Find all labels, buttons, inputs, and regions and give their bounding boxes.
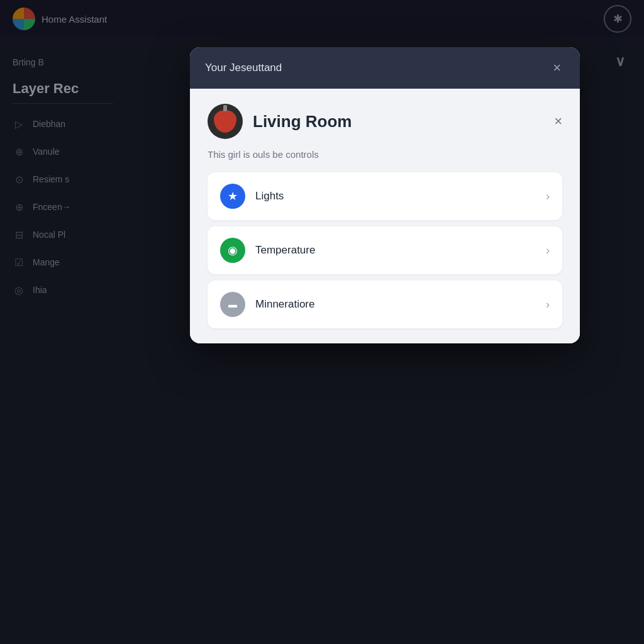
room-title: Living Room — [253, 112, 352, 131]
room-avatar — [208, 104, 243, 139]
temperature-chevron-icon: › — [546, 244, 550, 257]
lights-icon: ★ — [228, 189, 238, 203]
room-subtitle: This girl is ouls be controls — [208, 149, 562, 160]
room-avatar-icon — [214, 110, 236, 133]
minneratiore-chevron-icon: › — [546, 298, 550, 311]
room-header: Living Room × — [208, 104, 562, 139]
control-item-minneratiore-left: ▬ Minneratiore — [220, 292, 315, 317]
room-close-button[interactable]: × — [554, 113, 562, 130]
minneratiore-icon: ▬ — [228, 299, 237, 309]
control-item-minneratiore[interactable]: ▬ Minneratiore › — [208, 280, 562, 328]
control-item-temperature-left: ◉ Temperature — [220, 238, 315, 263]
lights-chevron-icon: › — [546, 190, 550, 203]
control-list: ★ Lights › ◉ Temperature — [208, 172, 562, 328]
modal-container: Your Jeseuttand × Living Room × This gi — [126, 41, 644, 644]
app-shell: Home Assistant ✱ Brting B Layer Rec ▷ Di… — [0, 0, 644, 644]
modal-header: Your Jeseuttand × — [190, 47, 580, 89]
minneratiore-icon-bg: ▬ — [220, 292, 245, 317]
modal-body: Living Room × This girl is ouls be contr… — [190, 89, 580, 343]
temperature-icon-bg: ◉ — [220, 238, 245, 263]
control-item-lights[interactable]: ★ Lights › — [208, 172, 562, 220]
temperature-icon: ◉ — [228, 243, 238, 257]
lights-icon-bg: ★ — [220, 184, 245, 209]
temperature-label: Temperature — [255, 244, 315, 257]
control-item-lights-left: ★ Lights — [220, 184, 284, 209]
control-item-temperature[interactable]: ◉ Temperature › — [208, 226, 562, 274]
lights-label: Lights — [255, 190, 284, 203]
modal-close-button[interactable]: × — [549, 60, 565, 76]
modal-header-title: Your Jeseuttand — [205, 62, 282, 74]
modal: Your Jeseuttand × Living Room × This gi — [190, 47, 580, 343]
minneratiore-label: Minneratiore — [255, 298, 315, 311]
room-header-left: Living Room — [208, 104, 352, 139]
